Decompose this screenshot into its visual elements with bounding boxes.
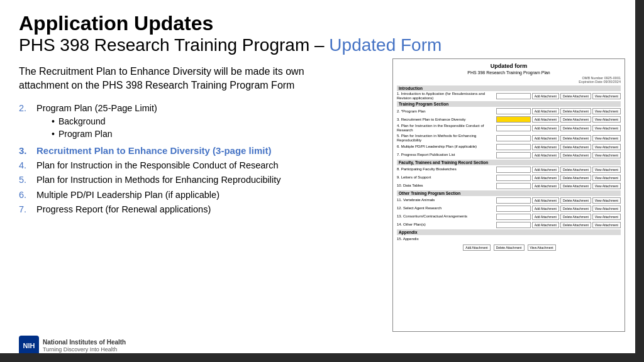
add-attachment-btn-3[interactable]: Add Attachment (532, 116, 559, 123)
list-num-2: 2. (19, 102, 33, 114)
add-attachment-btn-9[interactable]: Add Attachment (532, 175, 559, 181)
list-num-5: 5. (19, 173, 33, 186)
add-attachment-btn-11[interactable]: Add Attachment (532, 197, 559, 204)
list-text-5: Plan for Instruction in Methods for Enha… (36, 173, 280, 186)
form-row-1: 1. Introduction to Application (for Resu… (397, 92, 621, 101)
delete-attachment-btn-7[interactable]: Delete Attachment (560, 152, 591, 158)
delete-attachment-btn-13[interactable]: Delete Attachment (560, 214, 591, 220)
nih-text: National Institutes of Health Turning Di… (43, 338, 126, 354)
list-num-6: 6. (19, 189, 33, 201)
view-attachment-btn-2[interactable]: View Attachment (592, 108, 621, 114)
form-row-8: 8. Participating Faculty Biosketches Add… (397, 166, 621, 173)
list-text-7: Progress Report (for Renewal application… (36, 203, 211, 216)
add-attachment-btn-7[interactable]: Add Attachment (532, 152, 559, 158)
add-attachment-btn-8[interactable]: Add Attachment (532, 167, 559, 173)
form-section-faculty: Faculty, Trainees and Training Record Se… (397, 160, 621, 165)
form-row-3: 3. Recruitment Plan to Enhance Diversity… (397, 116, 621, 123)
list-item-3: 3. Recruitment Plan to Enhance Diversity… (19, 144, 380, 157)
delete-attachment-btn-15[interactable]: Delete Attachment (494, 244, 525, 251)
form-row-15: 15. Appendix (397, 236, 621, 243)
nih-tagline: Turning Discovery Into Health (43, 346, 126, 354)
sub-item-program-plan: Program Plan (52, 128, 157, 141)
list-num-3: 3. (19, 144, 33, 157)
page-header: Application Updates PHS 398 Research Tra… (19, 13, 625, 56)
list-item-5: 5. Plan for Instruction in Methods for E… (19, 173, 380, 186)
form-row-9: 9. Letters of Support Add Attachment Del… (397, 174, 621, 182)
add-attachment-btn-15[interactable]: Add Attachment (463, 244, 490, 251)
sub-item-background: Background (52, 116, 157, 128)
list-text-6: Multiple PD/PI Leadership Plan (if appli… (36, 189, 219, 201)
form-row-5: 5. Plan for Instruction in Methods for E… (397, 134, 621, 143)
add-attachment-btn-5[interactable]: Add Attachment (532, 135, 559, 141)
subtitle-highlight: Updated Form (329, 35, 441, 55)
form-section-other: Other Training Program Section (397, 190, 621, 196)
form-row-11: 11. Vertebrate Animals Add Attachment De… (397, 197, 621, 204)
form-panel: Updated form PHS 398 Research Training P… (392, 58, 625, 332)
delete-attachment-btn-14[interactable]: Delete Attachment (560, 222, 591, 228)
list-num-7: 7. (19, 203, 33, 216)
right-bar (635, 0, 644, 362)
subtitle: PHS 398 Research Training Program – Upda… (19, 35, 625, 56)
content-area: The Recruitment Plan to Enhance Diversit… (19, 65, 625, 332)
add-attachment-btn-4[interactable]: Add Attachment (532, 125, 559, 131)
subtitle-plain: PHS 398 Research Training Program – (19, 35, 329, 55)
add-attachment-btn-1[interactable]: Add Attachment (532, 93, 559, 99)
view-attachment-btn-7[interactable]: View Attachment (592, 152, 621, 158)
view-attachment-btn-14[interactable]: View Attachment (592, 222, 621, 228)
view-attachment-btn-8[interactable]: View Attachment (592, 167, 621, 173)
add-attachment-btn-10[interactable]: Add Attachment (532, 183, 559, 189)
list-num-4: 4. (19, 159, 33, 172)
delete-attachment-btn-5[interactable]: Delete Attachment (560, 135, 591, 141)
delete-attachment-btn-3[interactable]: Delete Attachment (560, 116, 591, 123)
delete-attachment-btn-4[interactable]: Delete Attachment (560, 125, 591, 131)
view-attachment-btn-11[interactable]: View Attachment (592, 197, 621, 204)
view-attachment-btn-12[interactable]: View Attachment (592, 206, 621, 212)
view-attachment-btn-9[interactable]: View Attachment (592, 175, 621, 181)
form-row-6: 6. Multiple PD/PI Leadership Plan (if ap… (397, 143, 621, 151)
list-item-7: 7. Progress Report (for Renewal applicat… (19, 203, 380, 216)
form-section-introduction: Introduction (397, 85, 621, 91)
list-item-2: 2. Program Plan (25-Page Limit) Backgrou… (19, 102, 380, 142)
list-text-4: Plan for Instruction in the Responsible … (36, 159, 278, 172)
delete-attachment-btn-9[interactable]: Delete Attachment (560, 175, 591, 181)
bottom-bar (0, 353, 635, 362)
form-omb: OMB Number 0925-0001Expiration Date 09/3… (397, 76, 621, 84)
form-row-12: 12. Select Agent Research Add Attachment… (397, 205, 621, 212)
delete-attachment-btn-11[interactable]: Delete Attachment (560, 197, 591, 204)
nih-name: National Institutes of Health (43, 338, 126, 346)
delete-attachment-btn-1[interactable]: Delete Attachment (560, 93, 591, 99)
sub-list-2: Background Program Plan (52, 116, 157, 141)
view-attachment-btn-6[interactable]: View Attachment (592, 144, 621, 150)
description-text: The Recruitment Plan to Enhance Diversit… (19, 65, 346, 93)
form-section-appendix: Appendix (397, 229, 621, 235)
delete-attachment-btn-6[interactable]: Delete Attachment (560, 144, 591, 150)
view-attachment-btn-3[interactable]: View Attachment (592, 116, 621, 123)
view-attachment-btn-1[interactable]: View Attachment (592, 93, 621, 99)
form-title: Updated form (397, 63, 621, 69)
delete-attachment-btn-2[interactable]: Delete Attachment (560, 108, 591, 114)
view-attachment-btn-4[interactable]: View Attachment (592, 125, 621, 131)
form-row-4: 4. Plan for Instruction in the Responsib… (397, 124, 621, 133)
form-section-training: Training Program Section (397, 101, 621, 107)
view-attachment-btn-10[interactable]: View Attachment (592, 183, 621, 189)
delete-attachment-btn-10[interactable]: Delete Attachment (560, 183, 591, 189)
form-subtitle: PHS 398 Research Training Program Plan (397, 70, 621, 75)
list-item-6: 6. Multiple PD/PI Leadership Plan (if ap… (19, 189, 380, 201)
form-row-7: 7. Progress Report Publication List Add … (397, 151, 621, 159)
delete-attachment-btn-8[interactable]: Delete Attachment (560, 167, 591, 173)
view-attachment-btn-15[interactable]: View Attachment (528, 244, 556, 251)
form-row-13: 13. Consortium/Contractual Arrangements … (397, 213, 621, 221)
numbered-list: 2. Program Plan (25-Page Limit) Backgrou… (19, 102, 380, 218)
form-row-2: 2. *Program Plan Add Attachment Delete A… (397, 107, 621, 115)
add-attachment-btn-2[interactable]: Add Attachment (532, 108, 559, 114)
add-attachment-btn-6[interactable]: Add Attachment (532, 144, 559, 150)
add-attachment-btn-14[interactable]: Add Attachment (532, 222, 559, 228)
add-attachment-btn-12[interactable]: Add Attachment (532, 206, 559, 212)
view-attachment-btn-5[interactable]: View Attachment (592, 135, 621, 141)
add-attachment-btn-13[interactable]: Add Attachment (532, 214, 559, 220)
list-text-3: Recruitment Plan to Enhance Diversity (3… (36, 144, 271, 157)
list-item-4: 4. Plan for Instruction in the Responsib… (19, 159, 380, 172)
delete-attachment-btn-12[interactable]: Delete Attachment (560, 206, 591, 212)
form-row-14: 14. Other Plan(s) Add Attachment Delete … (397, 221, 621, 229)
view-attachment-btn-13[interactable]: View Attachment (592, 214, 621, 220)
